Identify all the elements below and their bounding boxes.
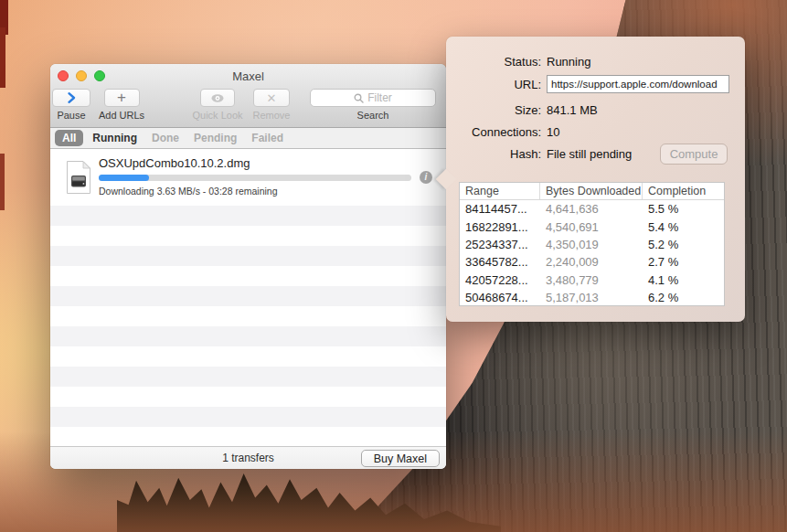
toolbar: Pause + Add URLs Quick Look (50, 88, 446, 128)
table-cell: 50468674... (460, 291, 540, 304)
header-bytes-downloaded[interactable]: Bytes Downloaded (540, 183, 643, 199)
pause-button[interactable]: Pause (50, 89, 92, 121)
maxel-window: Maxel Pause + Add URLs (50, 64, 446, 469)
connections-field: Connections: 10 (446, 125, 559, 139)
url-field-row: URL: (446, 75, 729, 93)
table-cell: 6.2 % (643, 291, 724, 304)
tab-done[interactable]: Done (152, 132, 179, 144)
header-completion[interactable]: Completion (643, 183, 724, 199)
hash-label: Hash: (446, 147, 541, 161)
table-row[interactable]: 50468674...5,187,0136.2 % (460, 289, 724, 306)
dmg-file-icon (66, 160, 91, 198)
size-label: Size: (446, 103, 541, 117)
empty-row-stripe (50, 246, 446, 266)
desktop: Maxel Pause + Add URLs (0, 0, 787, 532)
info-button[interactable]: i (420, 171, 432, 184)
table-cell: 42057228... (460, 273, 540, 287)
table-cell: 33645782... (460, 255, 540, 269)
empty-row-stripe (50, 387, 446, 407)
wallpaper-red-strip (0, 154, 5, 210)
size-field: Size: 841.1 MB (446, 103, 598, 117)
search-input[interactable]: Filter (310, 89, 436, 107)
empty-row-stripe (50, 326, 446, 346)
buy-maxel-button[interactable]: Buy Maxel (361, 450, 440, 467)
status-bar: 1 transfers Buy Maxel (50, 446, 446, 469)
empty-row-stripe (50, 286, 446, 306)
tab-pending[interactable]: Pending (194, 132, 237, 144)
wallpaper-red-strip (0, 27, 5, 88)
empty-row-stripe (50, 206, 446, 226)
transfer-list: OSXUpdCombo10.10.2.dmg Downloading 3.63 … (50, 149, 446, 446)
table-cell: 25234337... (460, 238, 540, 251)
table-row[interactable]: 25234337...4,350,0195.2 % (460, 236, 724, 253)
status-label: Status: (446, 55, 541, 69)
table-cell: 4.1 % (643, 273, 724, 287)
search-label: Search (357, 110, 389, 121)
hash-value: File still pending (547, 147, 632, 161)
compute-button[interactable]: Compute (660, 144, 728, 165)
info-icon: i (425, 173, 428, 182)
progress-bar (99, 175, 411, 181)
progress-fill (99, 175, 149, 181)
title-bar[interactable]: Maxel (50, 64, 446, 88)
x-icon: ✕ (267, 91, 277, 105)
download-info-popover: Status: Running URL: Size: 841.1 MB Conn… (446, 37, 745, 322)
table-cell: 4,641,636 (540, 202, 643, 216)
search-control: Filter Search (309, 89, 437, 121)
url-label: URL: (446, 78, 541, 91)
empty-row-stripe (50, 407, 446, 427)
empty-row-stripe (50, 427, 446, 446)
chunks-table: Range Bytes Downloaded Completion 841144… (459, 182, 725, 306)
status-value: Running (547, 55, 590, 69)
download-status: Downloading 3.63 MB/s - 03:28 remaining (99, 186, 278, 197)
connections-value: 10 (547, 125, 559, 139)
size-value: 841.1 MB (547, 103, 598, 117)
quick-look-label: Quick Look (192, 110, 242, 121)
window-title: Maxel (50, 69, 446, 83)
remove-button[interactable]: ✕ Remove (248, 89, 295, 121)
download-row[interactable]: OSXUpdCombo10.10.2.dmg Downloading 3.63 … (50, 149, 446, 206)
tab-failed[interactable]: Failed (251, 132, 283, 144)
quick-look-button[interactable]: Quick Look (187, 89, 248, 121)
table-row[interactable]: 42057228...3,480,7794.1 % (460, 271, 724, 289)
connections-label: Connections: (446, 125, 541, 139)
table-cell: 2,240,009 (540, 255, 643, 269)
table-cell: 84114457... (460, 202, 540, 216)
plus-icon: + (117, 91, 126, 104)
empty-row-stripe (50, 266, 446, 286)
table-cell: 4,540,691 (540, 220, 643, 234)
add-urls-label: Add URLs (99, 110, 144, 121)
header-range[interactable]: Range (460, 183, 540, 199)
scope-bar: All Running Done Pending Failed (50, 128, 446, 149)
table-cell: 3,480,779 (540, 273, 643, 287)
status-field: Status: Running (446, 55, 590, 69)
table-cell: 4,350,019 (540, 238, 643, 251)
eye-icon (210, 93, 225, 103)
empty-row-stripe (50, 367, 446, 387)
empty-row-stripe (50, 226, 446, 246)
empty-row-stripe (50, 346, 446, 367)
table-cell: 5.5 % (643, 202, 724, 216)
empty-rows (50, 206, 446, 446)
table-cell: 2.7 % (643, 255, 724, 269)
remove-label: Remove (253, 110, 291, 121)
table-cell: 5.2 % (643, 238, 724, 251)
table-body: 84114457...4,641,6365.5 %16822891...4,54… (460, 200, 724, 306)
pause-label: Pause (57, 110, 85, 121)
hash-field: Hash: File still pending (446, 147, 632, 161)
table-cell: 16822891... (460, 220, 540, 234)
table-cell: 5.4 % (643, 220, 724, 234)
tab-running[interactable]: Running (92, 132, 137, 144)
window-header: Maxel Pause + Add URLs (50, 64, 446, 128)
url-input[interactable] (547, 75, 729, 93)
empty-row-stripe (50, 306, 446, 326)
table-row[interactable]: 16822891...4,540,6915.4 % (460, 218, 724, 235)
add-urls-button[interactable]: + Add URLs (93, 89, 150, 121)
table-cell: 5,187,013 (540, 291, 643, 304)
tab-all[interactable]: All (55, 130, 83, 146)
table-row[interactable]: 33645782...2,240,0092.7 % (460, 253, 724, 271)
search-icon (354, 93, 364, 103)
resume-chevron-icon (66, 91, 77, 104)
table-row[interactable]: 84114457...4,641,6365.5 % (460, 200, 724, 218)
download-filename: OSXUpdCombo10.10.2.dmg (99, 156, 250, 170)
